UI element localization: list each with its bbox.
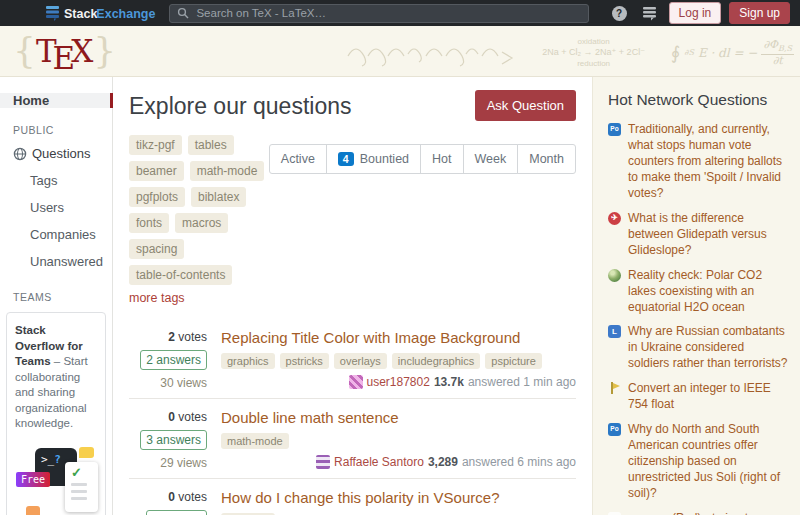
page-title: Explore our questions [129, 93, 351, 120]
stackexchange-icon [46, 6, 59, 21]
question-title-link[interactable]: How do I change this polarity in VSource… [221, 489, 576, 506]
checklist-line [71, 490, 87, 493]
hot-question[interactable]: Convert an integer to IEEE 754 float [608, 381, 788, 413]
sidebar-item-label: Questions [32, 146, 91, 161]
tag-pill[interactable]: pspicture [485, 353, 542, 369]
logo-brace-right: } [93, 29, 116, 73]
tag-pill[interactable]: math-mode [221, 433, 289, 449]
tag-pill[interactable]: beamer [129, 161, 184, 181]
question-list: 2 votes 2 answers 30 views Replacing Tit… [129, 319, 576, 515]
hot-question[interactable]: Reality check: Polar CO2 lakes coexistin… [608, 268, 788, 316]
user-link[interactable]: user187802 [367, 375, 430, 389]
tag-pill[interactable]: pstricks [280, 353, 329, 369]
hot-question[interactable]: Po Traditionally, and currently, what st… [608, 122, 788, 202]
chemistry-decoration: oxidation 2Na + Cl₂ → 2Na⁺ + 2Cl⁻ reduct… [542, 37, 645, 68]
teams-illustration: >_? Free ✓ [15, 442, 97, 515]
left-sidebar: Home PUBLIC Questions Tags Users Compani… [0, 77, 113, 515]
sidebar-item-home[interactable]: Home [0, 93, 113, 108]
tab-month[interactable]: Month [517, 144, 576, 174]
integral-subscript: ∂S [684, 48, 694, 57]
question-summary: Double line math sentence math-mode Raff… [221, 408, 576, 471]
tex-site-logo[interactable]: { T E X } [13, 29, 116, 73]
bountied-count-badge: 4 [338, 152, 354, 166]
right-sidebar: Hot Network Questions Po Traditionally, … [592, 77, 800, 515]
sidebar-item-users[interactable]: Users [0, 194, 112, 221]
stackexchange-logo[interactable]: StackExchange [46, 4, 155, 22]
frac-bottom: ∂t [773, 55, 783, 67]
answer-count: 1 answer [146, 510, 207, 515]
user-card: user187802 13.7k answered 1 min ago [349, 369, 577, 391]
terminal-prompt: >_ [41, 453, 54, 466]
question-title-link[interactable]: Replacing Title Color with Image Backgro… [221, 329, 576, 346]
user-reputation: 13.7k [434, 375, 464, 389]
tag-pill[interactable]: overlays [334, 353, 387, 369]
hot-question-link: Convert an integer to IEEE 754 float [628, 381, 788, 413]
tag-pill[interactable]: tikz-pgf [129, 135, 182, 155]
sidebar-item-unanswered[interactable]: Unanswered [0, 248, 112, 275]
tab-active[interactable]: Active [269, 144, 327, 174]
check-icon: ✓ [71, 466, 98, 479]
tag-pill[interactable]: includegraphics [392, 353, 480, 369]
filter-tabs: Active 4Bountied Hot Week Month [269, 144, 576, 174]
vote-label: votes [178, 330, 207, 344]
user-link[interactable]: Raffaele Santoro [334, 455, 424, 469]
content-row: Home PUBLIC Questions Tags Users Compani… [0, 77, 800, 515]
terminal-question-mark: ? [54, 453, 61, 466]
question-stats: 0 votes 3 answers 29 views [129, 408, 207, 471]
vote-number: 2 [168, 330, 175, 344]
tab-week[interactable]: Week [463, 144, 519, 174]
sidebar-item-tags[interactable]: Tags [0, 167, 112, 194]
logo-letter-e: E [53, 36, 76, 80]
search-icon [177, 7, 189, 19]
sidebar-item-questions[interactable]: Questions [0, 140, 112, 167]
ask-question-button[interactable]: Ask Question [475, 90, 576, 121]
tag-pill[interactable]: graphics [221, 353, 275, 369]
sidebar-item-companies[interactable]: Companies [0, 221, 112, 248]
vote-label: votes [178, 490, 207, 504]
frac-top: ∂Φ [763, 38, 778, 51]
logo-brace-left: { [13, 29, 36, 73]
globe-icon [13, 147, 27, 161]
hot-question[interactable]: Po Why do North and South American count… [608, 422, 788, 502]
answer-count: 2 answers [140, 350, 207, 370]
avatar [316, 455, 330, 469]
header-decoration: oxidation 2Na + Cl₂ → 2Na⁺ + 2Cl⁻ reduct… [346, 36, 794, 70]
search-input[interactable] [194, 6, 580, 20]
teams-card-dash: – [54, 355, 60, 367]
logo-text-stack: Stack [64, 7, 97, 21]
question-stats: 2 votes 2 answers 30 views [129, 328, 207, 391]
logo-text-exchange: Exchange [96, 7, 155, 21]
tag-pill[interactable]: tables [188, 135, 234, 155]
tab-bountied[interactable]: 4Bountied [326, 144, 421, 174]
question-summary: Replacing Title Color with Image Backgro… [221, 328, 576, 391]
vote-count: 2 votes [168, 330, 207, 344]
question-tags: math-mode [221, 433, 576, 449]
aviation-icon: ✈ [608, 212, 621, 225]
user-card: Raffaele Santoro 3,289 answered 6 mins a… [316, 449, 576, 471]
tab-hot[interactable]: Hot [420, 144, 463, 174]
tag-pill[interactable]: fonts [129, 213, 169, 233]
tag-pill[interactable]: math-mode [190, 161, 265, 181]
site-switcher-icon[interactable] [642, 5, 657, 21]
tag-pill[interactable]: spacing [129, 239, 184, 259]
more-tags-link[interactable]: more tags [129, 291, 185, 305]
frac-top-sub: B,S [778, 44, 792, 53]
signup-button[interactable]: Sign up [729, 2, 790, 24]
hot-question[interactable]: ✈ What is the difference between Glidepa… [608, 211, 788, 259]
answer-count: 3 answers [140, 430, 207, 450]
hot-question[interactable]: UL rename (Perl) - trying to renumber a … [608, 511, 788, 515]
vote-number: 0 [168, 410, 175, 424]
question-title-link[interactable]: Double line math sentence [221, 409, 576, 426]
politics-icon: Po [608, 423, 621, 436]
hot-question[interactable]: L Why are Russian combatants in Ukraine … [608, 324, 788, 372]
integral-sign: ∮ [671, 42, 680, 63]
tag-pill[interactable]: table-of-contents [129, 265, 232, 285]
login-button[interactable]: Log in [669, 2, 722, 24]
checklist-icon: ✓ [65, 462, 98, 512]
tag-pill[interactable]: pgfplots [129, 187, 185, 207]
search-bar[interactable] [169, 4, 588, 23]
view-count: 29 views [160, 456, 207, 470]
tag-pill[interactable]: biblatex [191, 187, 246, 207]
tag-pill[interactable]: macros [175, 213, 228, 233]
help-icon[interactable]: ? [612, 6, 627, 21]
